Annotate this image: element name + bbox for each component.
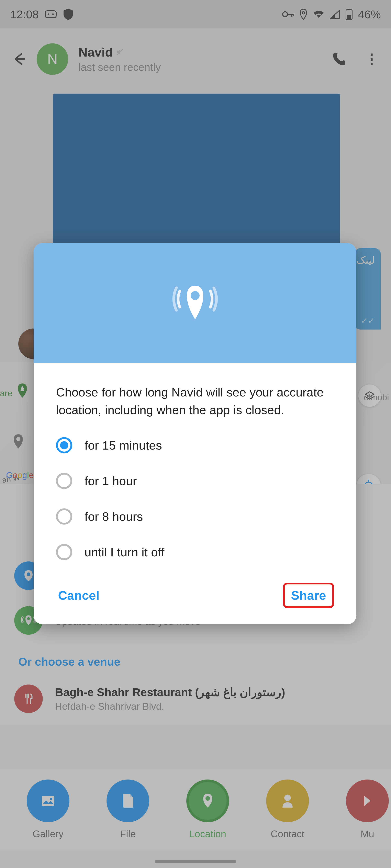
radio-8-hours[interactable]: for 8 hours xyxy=(56,508,334,525)
dialog-prompt: Choose for how long Navid will see your … xyxy=(56,383,334,419)
radio-button-icon xyxy=(56,473,72,489)
svg-point-25 xyxy=(191,291,200,300)
share-button[interactable]: Share xyxy=(283,583,334,608)
radio-button-icon xyxy=(56,544,72,560)
radio-button-icon xyxy=(56,437,72,454)
radio-15-minutes[interactable]: for 15 minutes xyxy=(56,437,334,454)
share-duration-dialog: Choose for how long Navid will see your … xyxy=(34,243,356,624)
radio-button-icon xyxy=(56,508,72,525)
live-location-pin-icon xyxy=(167,280,224,327)
duration-radio-group: for 15 minutes for 1 hour for 8 hours un… xyxy=(56,437,334,560)
radio-1-hour[interactable]: for 1 hour xyxy=(56,473,334,489)
dialog-header xyxy=(34,243,356,363)
cancel-button[interactable]: Cancel xyxy=(56,584,102,607)
radio-until-off[interactable]: until I turn it off xyxy=(56,544,334,560)
phone-screen: 12:08 46% xyxy=(0,0,391,868)
